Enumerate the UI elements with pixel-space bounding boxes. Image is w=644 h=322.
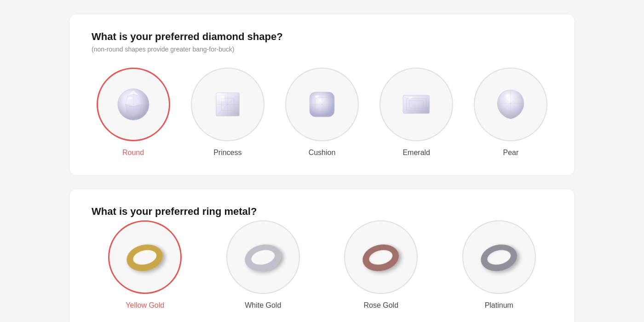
metal-label-yellow-gold: Yellow Gold	[126, 301, 164, 310]
pear-diamond-icon	[490, 84, 531, 125]
diamond-section-subtitle: (non-round shapes provide greater bang-f…	[92, 46, 552, 53]
metal-circle-yellow-gold	[108, 220, 182, 294]
diamond-option-round[interactable]: Round	[92, 68, 175, 157]
diamond-circle-cushion	[285, 68, 359, 141]
round-diamond-icon	[113, 84, 154, 125]
metal-option-platinum[interactable]: Platinum	[446, 220, 553, 310]
rose-gold-ring-icon	[360, 236, 402, 278]
svg-rect-24	[403, 95, 430, 114]
cushion-diamond-icon	[301, 84, 343, 125]
metal-options-row: Yellow Gold White Gold Rose Gold	[92, 220, 552, 310]
metal-circle-white-gold	[226, 220, 300, 294]
diamond-circle-round	[97, 68, 170, 141]
diamond-shape-section: What is your preferred diamond shape? (n…	[69, 14, 575, 176]
diamond-label-cushion: Cushion	[309, 149, 336, 157]
white-gold-ring-icon	[242, 236, 284, 278]
metal-section-title: What is your preferred ring metal?	[92, 206, 552, 218]
diamond-option-emerald[interactable]: Emerald	[375, 68, 458, 157]
yellow-gold-ring-icon	[124, 236, 166, 278]
emerald-diamond-icon	[396, 84, 437, 125]
metal-option-yellow-gold[interactable]: Yellow Gold	[92, 220, 199, 310]
diamond-option-princess[interactable]: Princess	[186, 68, 269, 157]
metal-label-rose-gold: Rose Gold	[363, 301, 398, 310]
metal-label-white-gold: White Gold	[245, 301, 281, 310]
diamond-circle-emerald	[380, 68, 453, 141]
diamond-options-row: Round	[92, 68, 552, 157]
platinum-ring-icon	[478, 236, 520, 278]
diamond-section-title: What is your preferred diamond shape?	[92, 31, 552, 43]
princess-diamond-icon	[207, 84, 248, 125]
metal-circle-rose-gold	[344, 220, 418, 294]
diamond-label-princess: Princess	[213, 149, 242, 157]
diamond-circle-pear	[474, 68, 547, 141]
diamond-circle-princess	[191, 68, 264, 141]
diamond-label-round: Round	[122, 149, 144, 157]
diamond-label-emerald: Emerald	[402, 149, 430, 157]
diamond-option-pear[interactable]: Pear	[469, 68, 552, 157]
metal-label-platinum: Platinum	[485, 301, 513, 310]
metal-circle-platinum	[462, 220, 536, 294]
metal-option-rose-gold[interactable]: Rose Gold	[328, 220, 435, 310]
diamond-option-cushion[interactable]: Cushion	[280, 68, 363, 157]
ring-metal-section: What is your preferred ring metal? Yello…	[69, 189, 575, 322]
diamond-label-pear: Pear	[503, 149, 519, 157]
metal-option-white-gold[interactable]: White Gold	[210, 220, 317, 310]
